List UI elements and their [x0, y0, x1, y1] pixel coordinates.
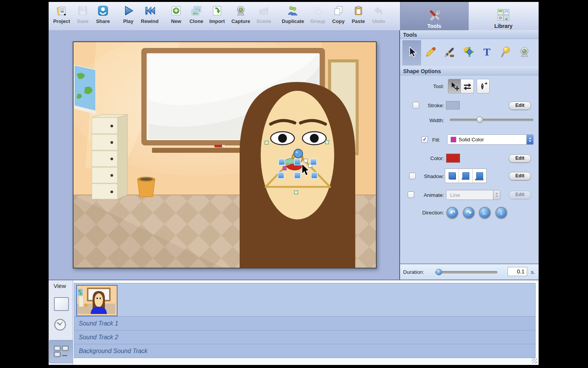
reshape-tool-button[interactable] [461, 79, 474, 93]
undo-icon [368, 3, 389, 18]
tool-mode-group [448, 79, 490, 93]
fill-color-swatch[interactable] [446, 154, 460, 163]
capture-icon [230, 3, 252, 18]
shadow-checkbox[interactable] [409, 173, 416, 179]
tools-panel: Tools T Shape Options Tool: Stroke: Edit… [399, 30, 539, 263]
fill-type-dropdown[interactable]: Solid Color ▲▼ [447, 134, 534, 145]
project-button[interactable]: Project [51, 3, 72, 24]
microphone-icon [499, 46, 512, 60]
share-button[interactable]: Share [92, 3, 114, 24]
paste-button[interactable]: Paste [348, 3, 369, 24]
move-tool-button[interactable] [448, 79, 461, 93]
capture-button[interactable]: Capture [230, 3, 252, 24]
timeline: Sound Track 1 Sound Track 2 Background S… [73, 280, 539, 365]
shadow-edit-button[interactable]: Edit [509, 172, 531, 180]
canvas-scene[interactable] [73, 41, 377, 268]
fill-type-value: Solid Color [459, 137, 526, 142]
animate-edit-button[interactable]: Edit [509, 191, 531, 199]
copy-icon [328, 3, 349, 18]
canvas-panel [49, 30, 399, 280]
microphone-tool[interactable] [496, 40, 515, 65]
duration-slider-thumb[interactable] [436, 269, 442, 275]
play-button[interactable]: Play [118, 3, 139, 24]
nose-ball [294, 149, 303, 158]
pen-tool[interactable] [440, 40, 459, 65]
color-edit-button[interactable]: Edit [509, 154, 531, 163]
rewind-button[interactable]: Rewind [139, 3, 160, 24]
width-label: Width: [415, 118, 444, 123]
direction-rotate-cw-button[interactable]: ↷ [463, 207, 475, 219]
resize-grip[interactable] [532, 358, 537, 363]
undo-button[interactable]: Undo [368, 3, 389, 24]
timeline-panel: View [49, 280, 539, 365]
sound-track-2[interactable]: Sound Track 2 [74, 330, 536, 344]
direction-down-button[interactable]: ↓ [495, 207, 507, 219]
shadow-style-drop[interactable] [445, 169, 459, 183]
stroke-label: Stroke: [415, 103, 444, 108]
new-icon [165, 3, 187, 18]
scene-svg [74, 42, 376, 268]
duration-slider-track [435, 271, 497, 273]
storyboard-icon [53, 345, 69, 358]
tools-section-header: Tools [400, 30, 539, 39]
text-tool-icon: T [480, 46, 493, 60]
stroke-color-swatch[interactable] [446, 101, 460, 110]
scene-icon [253, 3, 274, 18]
tab-tools[interactable]: Tools [400, 2, 469, 30]
animate-type-value: Line [446, 192, 493, 198]
share-icon [92, 3, 114, 18]
animate-label: Animate: [415, 192, 444, 198]
shape-tool[interactable] [459, 40, 477, 65]
pencil-icon [424, 46, 437, 60]
animate-type-dropdown[interactable]: Line ▲▼ [446, 190, 500, 200]
view-clock-button[interactable] [54, 318, 67, 331]
frame-thumbnail[interactable] [76, 285, 118, 316]
direction-rotate-ccw-button[interactable]: ↶ [446, 207, 458, 219]
duration-unit-label: s. [531, 269, 535, 275]
world-map-poster [74, 65, 96, 114]
fill-label: Fill: [415, 137, 440, 143]
drawer-cabinet [92, 114, 127, 199]
library-tab-icon [468, 2, 539, 22]
select-arrow-icon [405, 46, 418, 60]
sound-track-1[interactable]: Sound Track 1 [74, 317, 536, 330]
new-button[interactable]: New [165, 3, 187, 24]
shadow-label: Shadow: [415, 173, 444, 179]
scene-button[interactable]: Scene [253, 3, 274, 24]
webcam-tool[interactable] [515, 40, 534, 65]
fill-dropdown-stepper[interactable]: ▲▼ [526, 135, 533, 144]
tool-label: Tool: [415, 83, 444, 89]
copy-button[interactable]: Copy [328, 3, 349, 24]
import-button[interactable]: Import [206, 3, 228, 24]
fill-swatch [451, 137, 456, 142]
select-tool[interactable] [402, 40, 421, 65]
direction-left-button[interactable]: ← [479, 207, 491, 219]
duration-input[interactable] [508, 267, 527, 276]
clock-icon [54, 318, 67, 331]
shadow-style-reflect[interactable] [459, 169, 473, 183]
group-icon [307, 3, 328, 18]
text-tool[interactable]: T [477, 40, 496, 65]
color-label: Color: [415, 155, 444, 161]
duplicate-icon [282, 3, 303, 18]
direction-label: Direction: [408, 210, 444, 216]
clone-icon [186, 3, 207, 18]
import-icon [206, 3, 228, 18]
add-point-tool-button[interactable] [477, 79, 490, 93]
pencil-tool[interactable] [421, 40, 440, 65]
duplicate-button[interactable]: Duplicate [282, 3, 303, 24]
view-storyboard-button[interactable] [49, 340, 73, 363]
svg-text:T: T [483, 46, 490, 58]
width-slider-thumb[interactable] [477, 116, 483, 123]
animate-checkbox[interactable] [408, 191, 414, 198]
animate-dropdown-stepper[interactable]: ▲▼ [493, 190, 500, 200]
save-button[interactable]: Save [72, 3, 93, 24]
clone-button[interactable]: Clone [186, 3, 207, 24]
view-normal-button[interactable] [54, 297, 69, 311]
tab-library[interactable]: Library [468, 2, 539, 30]
frame-track[interactable] [74, 283, 536, 317]
stroke-edit-button[interactable]: Edit [509, 101, 531, 110]
shadow-style-ground[interactable] [473, 169, 486, 183]
group-button[interactable]: Group [307, 3, 328, 24]
background-sound-track[interactable]: Background Sound Track [74, 344, 536, 358]
